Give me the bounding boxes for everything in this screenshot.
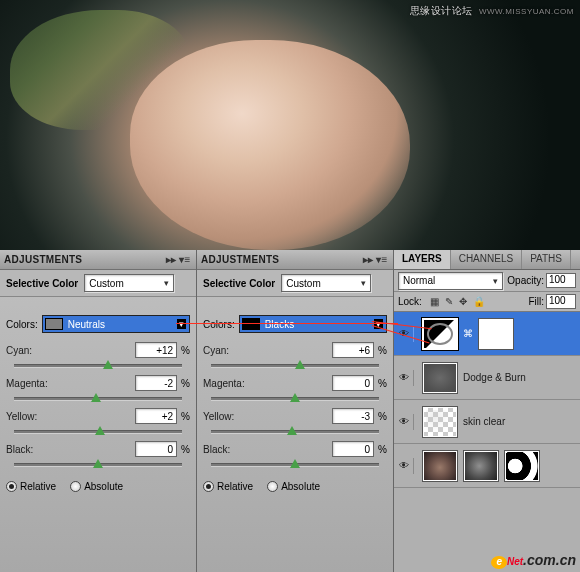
slider-thumb-icon[interactable] — [295, 360, 305, 369]
colors-label: Colors: — [6, 319, 38, 330]
slider-track[interactable] — [14, 426, 182, 438]
slider-thumb-icon[interactable] — [287, 426, 297, 435]
colors-dropdown-neutrals[interactable]: Neutrals — [42, 315, 190, 333]
percent-sign: % — [378, 411, 387, 422]
layer-thumb[interactable] — [422, 450, 458, 482]
layer-thumb[interactable] — [422, 362, 458, 394]
tab-layers[interactable]: LAYERS — [394, 250, 451, 269]
visibility-eye-icon[interactable]: 👁 — [398, 414, 414, 430]
slider-thumb-icon[interactable] — [95, 426, 105, 435]
black-swatch-icon — [242, 318, 260, 330]
lock-label: Lock: — [398, 296, 422, 307]
absolute-radio[interactable]: Absolute — [70, 481, 123, 492]
slider-row: Cyan:% — [0, 339, 196, 372]
slider-thumb-icon[interactable] — [290, 459, 300, 468]
preset-dropdown[interactable]: Custom — [281, 274, 371, 292]
layer-row[interactable]: 👁⌘ — [394, 312, 580, 356]
slider-label: Black: — [6, 444, 135, 455]
colors-label: Colors: — [203, 319, 235, 330]
slider-row: Magenta:% — [0, 372, 196, 405]
slider-track[interactable] — [211, 360, 379, 372]
layer-thumb[interactable] — [463, 450, 499, 482]
slider-label: Magenta: — [203, 378, 332, 389]
slider-track[interactable] — [211, 426, 379, 438]
mask-thumb[interactable] — [478, 318, 514, 350]
lock-pixels-icon[interactable]: ✎ — [445, 296, 453, 307]
layer-thumb[interactable] — [422, 406, 458, 438]
opacity-label: Opacity: — [507, 275, 544, 286]
watermark-top: 思缘设计论坛WWW.MISSYUAN.COM — [410, 4, 574, 18]
menu-icon[interactable]: ▾≡ — [375, 253, 389, 267]
preset-dropdown[interactable]: Custom — [84, 274, 174, 292]
layer-thumb[interactable] — [504, 450, 540, 482]
relative-radio[interactable]: Relative — [6, 481, 56, 492]
slider-track[interactable] — [14, 393, 182, 405]
watermark-bottom: eNet.com.cn — [491, 547, 576, 570]
slider-row: Black:% — [197, 438, 393, 471]
slider-thumb-icon[interactable] — [103, 360, 113, 369]
slider-track[interactable] — [211, 459, 379, 471]
visibility-eye-icon[interactable]: 👁 — [398, 458, 414, 474]
tab-paths[interactable]: PATHS — [522, 250, 571, 269]
slider-value-input[interactable] — [332, 441, 374, 457]
slider-value-input[interactable] — [332, 342, 374, 358]
panel-header: ADJUSTMENTS ▸▸ ▾≡ — [0, 250, 196, 270]
method-radios: Relative Absolute — [0, 471, 196, 498]
neutral-swatch-icon — [45, 318, 63, 330]
layer-name-label[interactable]: skin clear — [463, 416, 505, 427]
relative-radio[interactable]: Relative — [203, 481, 253, 492]
slider-label: Cyan: — [203, 345, 332, 356]
slider-track[interactable] — [14, 360, 182, 372]
slider-value-input[interactable] — [332, 408, 374, 424]
fill-input[interactable]: 100 — [546, 294, 576, 309]
slider-row: Yellow:% — [0, 405, 196, 438]
slider-value-input[interactable] — [135, 375, 177, 391]
slider-row: Yellow:% — [197, 405, 393, 438]
slider-label: Yellow: — [203, 411, 332, 422]
adjustment-title: Selective Color — [203, 278, 275, 289]
absolute-radio[interactable]: Absolute — [267, 481, 320, 492]
link-icon[interactable]: ⌘ — [463, 328, 473, 339]
blend-mode-dropdown[interactable]: Normal — [398, 272, 503, 290]
slider-thumb-icon[interactable] — [290, 393, 300, 402]
layer-row[interactable]: 👁Dodge & Burn — [394, 356, 580, 400]
percent-sign: % — [181, 411, 190, 422]
slider-value-input[interactable] — [135, 441, 177, 457]
lock-transparent-icon[interactable]: ▦ — [430, 296, 439, 307]
layer-name-label[interactable]: Dodge & Burn — [463, 372, 526, 383]
slider-row: Cyan:% — [197, 339, 393, 372]
opacity-input[interactable]: 100 — [546, 273, 576, 288]
lock-position-icon[interactable]: ✥ — [459, 296, 467, 307]
layers-panel: LAYERS CHANNELS PATHS Normal Opacity: 10… — [394, 250, 580, 572]
visibility-eye-icon[interactable]: 👁 — [398, 370, 414, 386]
percent-sign: % — [378, 345, 387, 356]
slider-row: Black:% — [0, 438, 196, 471]
fill-label: Fill: — [528, 296, 544, 307]
slider-track[interactable] — [14, 459, 182, 471]
lock-all-icon[interactable]: 🔒 — [473, 296, 485, 307]
panel-header: ADJUSTMENTS ▸▸ ▾≡ — [197, 250, 393, 270]
main-photo: 思缘设计论坛WWW.MISSYUAN.COM — [0, 0, 580, 250]
colors-dropdown-blacks[interactable]: Blacks — [239, 315, 387, 333]
slider-value-input[interactable] — [135, 342, 177, 358]
slider-label: Cyan: — [6, 345, 135, 356]
layer-row[interactable]: 👁 — [394, 444, 580, 488]
collapse-icon[interactable]: ▸▸ — [164, 253, 178, 267]
layer-row[interactable]: 👁skin clear — [394, 400, 580, 444]
adjustments-panel-1: ADJUSTMENTS ▸▸ ▾≡ Selective Color Custom… — [0, 250, 197, 572]
slider-thumb-icon[interactable] — [91, 393, 101, 402]
slider-track[interactable] — [211, 393, 379, 405]
collapse-icon[interactable]: ▸▸ — [361, 253, 375, 267]
tab-channels[interactable]: CHANNELS — [451, 250, 522, 269]
slider-value-input[interactable] — [135, 408, 177, 424]
panel-tabs: LAYERS CHANNELS PATHS — [394, 250, 580, 270]
menu-icon[interactable]: ▾≡ — [178, 253, 192, 267]
slider-label: Yellow: — [6, 411, 135, 422]
slider-thumb-icon[interactable] — [93, 459, 103, 468]
slider-label: Magenta: — [6, 378, 135, 389]
slider-label: Black: — [203, 444, 332, 455]
adjustment-thumb[interactable] — [422, 318, 458, 350]
slider-value-input[interactable] — [332, 375, 374, 391]
adjustments-panel-2: ADJUSTMENTS ▸▸ ▾≡ Selective Color Custom… — [197, 250, 394, 572]
percent-sign: % — [378, 444, 387, 455]
